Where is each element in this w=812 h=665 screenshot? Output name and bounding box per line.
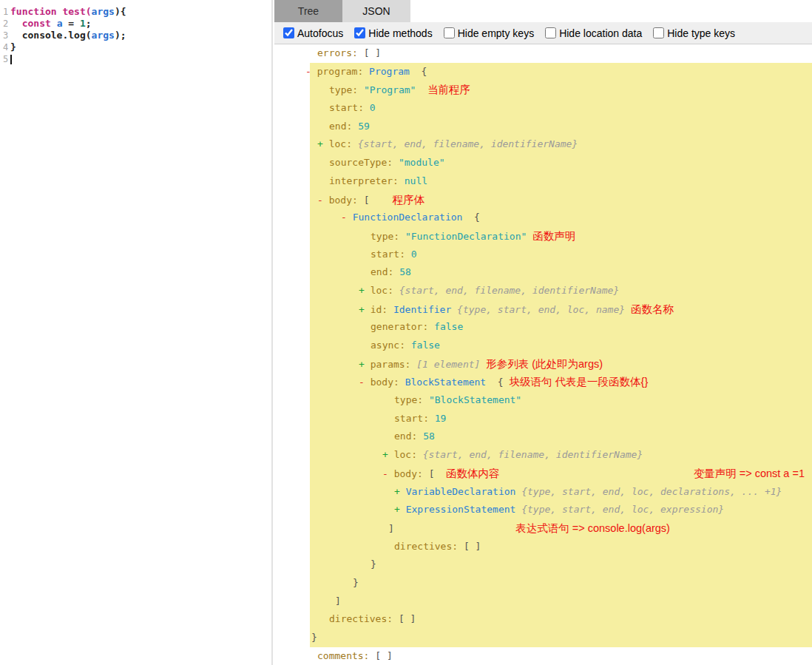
- tree-key[interactable]: params:: [371, 359, 417, 370]
- annotation-text: 当前程序: [427, 84, 470, 95]
- checkbox-autofocus[interactable]: [283, 27, 294, 38]
- spacer: [625, 304, 631, 315]
- tree-key[interactable]: loc:: [329, 138, 358, 149]
- bracket: ]: [388, 523, 394, 534]
- bracket: }: [311, 632, 317, 643]
- expand-icon[interactable]: +: [359, 285, 371, 296]
- tree-key[interactable]: body:: [394, 468, 429, 479]
- tree-row: - body: [ 函数体内容变量声明 => const a =1: [274, 465, 812, 483]
- tree-row: + params: [1 element] 形参列表 (此处即为args): [274, 355, 812, 374]
- expand-icon[interactable]: +: [359, 359, 371, 370]
- code-editor-panel[interactable]: 1function test(args){2 const a = 1;3 con…: [0, 0, 273, 665]
- tree-row: + id: Identifier {type, start, end, loc,…: [274, 300, 812, 319]
- tree-key[interactable]: type:: [329, 84, 364, 95]
- tree-key[interactable]: start:: [371, 249, 411, 260]
- tree-row: }: [274, 574, 812, 593]
- expand-icon[interactable]: +: [382, 449, 394, 460]
- expand-icon[interactable]: +: [394, 486, 406, 497]
- tree-key[interactable]: type:: [394, 394, 429, 405]
- tree-row: start: 19: [274, 410, 812, 428]
- tree-key[interactable]: async:: [371, 340, 411, 351]
- tree-key[interactable]: id:: [371, 304, 393, 315]
- tree-key[interactable]: program:: [317, 66, 369, 77]
- checkbox-hide-empty-keys[interactable]: [444, 27, 455, 38]
- tree-key[interactable]: directives:: [329, 613, 399, 624]
- spacer: [504, 377, 510, 388]
- tree-key[interactable]: generator:: [371, 321, 434, 332]
- tree-key[interactable]: loc:: [394, 449, 423, 460]
- tree-key[interactable]: end:: [394, 431, 423, 442]
- code-line[interactable]: 3 console.log(args);: [0, 30, 271, 41]
- tree-row: - body: [ 程序体: [274, 191, 812, 209]
- tree-key[interactable]: body:: [371, 377, 405, 388]
- annotation-text: 变量声明 => const a =1: [694, 465, 805, 483]
- node-type-link[interactable]: VariableDeclaration: [406, 486, 516, 497]
- tree-key[interactable]: interpreter:: [329, 175, 405, 186]
- code-editor-lines[interactable]: 1function test(args){2 const a = 1;3 con…: [0, 0, 271, 65]
- code-line[interactable]: 2 const a = 1;: [0, 18, 271, 30]
- tree-key[interactable]: start:: [329, 102, 370, 113]
- collapse-icon[interactable]: -: [317, 195, 329, 206]
- code-identifier: args: [92, 6, 115, 17]
- expand-icon[interactable]: +: [359, 304, 371, 315]
- tree-row: + ExpressionStatement {type, start, end,…: [274, 501, 812, 519]
- tree-row: ]: [274, 593, 812, 611]
- code-line[interactable]: 4}: [0, 41, 271, 53]
- option-hide-empty-keys[interactable]: Hide empty keys: [444, 27, 534, 39]
- tree-key[interactable]: end:: [371, 266, 399, 277]
- option-hide-methods[interactable]: Hide methods: [354, 27, 432, 39]
- collapse-icon[interactable]: -: [382, 468, 394, 479]
- collapse-icon[interactable]: -: [341, 212, 353, 223]
- checkbox-label: Hide empty keys: [458, 27, 534, 39]
- tree-row: async: false: [274, 337, 812, 355]
- node-type-link[interactable]: Identifier: [393, 304, 451, 315]
- node-type-link[interactable]: FunctionDeclaration: [353, 212, 463, 223]
- code-line[interactable]: 5: [0, 53, 271, 65]
- option-hide-location-data[interactable]: Hide location data: [545, 27, 642, 39]
- tree-row: interpreter: null: [274, 172, 812, 191]
- code-keyword: function test(: [10, 6, 92, 17]
- node-value: false: [434, 321, 463, 332]
- tree-key[interactable]: type:: [371, 231, 405, 242]
- tree-key[interactable]: errors:: [317, 47, 364, 58]
- tree-key[interactable]: loc:: [371, 285, 399, 296]
- annotation-text: 程序体: [393, 194, 425, 206]
- tree-row: type: "Program" 当前程序: [274, 81, 812, 99]
- tree-row: directives: [ ]: [274, 610, 812, 629]
- node-value: 19: [435, 413, 447, 424]
- node-value: "BlockStatement": [429, 394, 521, 405]
- annotation-text: 函数名称: [631, 303, 674, 315]
- bracket: {: [462, 212, 479, 223]
- tree-key[interactable]: directives:: [394, 541, 464, 552]
- tree-row: errors: [ ]: [274, 44, 812, 63]
- checkbox-hide-methods[interactable]: [354, 27, 365, 38]
- collapse-icon[interactable]: -: [359, 377, 371, 388]
- tree-key[interactable]: comments:: [317, 650, 375, 661]
- bracket: }: [353, 577, 359, 588]
- expand-icon[interactable]: +: [394, 504, 406, 515]
- code-text: [10, 18, 22, 29]
- code-line[interactable]: 1function test(args){: [0, 6, 271, 18]
- tab-tree[interactable]: Tree: [274, 0, 342, 22]
- spacer: [527, 231, 532, 242]
- node-type-link[interactable]: BlockStatement: [405, 377, 487, 388]
- node-type-link[interactable]: ExpressionStatement: [406, 504, 516, 515]
- tree-key[interactable]: end:: [329, 121, 358, 132]
- expand-icon[interactable]: +: [317, 138, 329, 149]
- tree-key[interactable]: sourceType:: [329, 157, 399, 168]
- collapsed-preview: {type, start, end, loc, expression}: [515, 504, 724, 515]
- option-autofocus[interactable]: Autofocus: [283, 27, 343, 39]
- spacer: [416, 84, 427, 95]
- node-value: 59: [358, 121, 370, 132]
- node-value: "FunctionDeclaration": [405, 231, 527, 242]
- node-type-link[interactable]: Program: [369, 66, 410, 77]
- option-hide-type-keys[interactable]: Hide type keys: [653, 27, 735, 39]
- bracket: [: [429, 468, 446, 479]
- tab-json[interactable]: JSON: [342, 0, 410, 22]
- tree-key[interactable]: start:: [394, 413, 435, 424]
- checkbox-hide-type-keys[interactable]: [653, 27, 664, 38]
- checkbox-label: Autofocus: [297, 27, 343, 39]
- checkbox-hide-location-data[interactable]: [545, 27, 556, 38]
- collapse-icon[interactable]: -: [305, 66, 317, 77]
- tree-key[interactable]: body:: [329, 195, 364, 206]
